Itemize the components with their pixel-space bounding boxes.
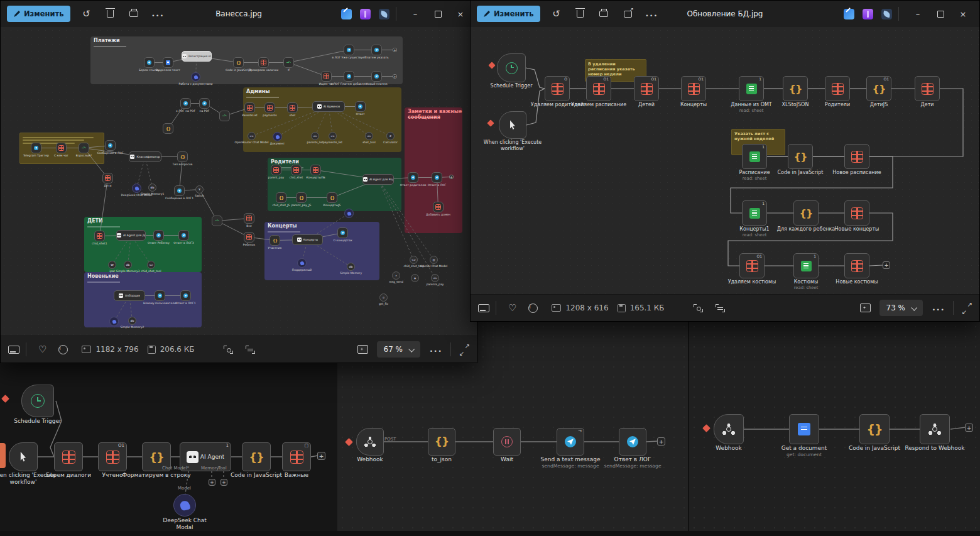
node-when-clicking-execute[interactable]: When clicking 'Executeworkflow': [9, 442, 38, 471]
edit-button[interactable]: Изменить: [477, 6, 540, 22]
photo-canvas-right: В удалении расписания указать номер неде…: [471, 1, 979, 321]
ocr-button[interactable]: [246, 346, 255, 354]
divider: [26, 342, 26, 356]
more-button[interactable]: [150, 6, 166, 22]
print-button[interactable]: [126, 6, 142, 22]
node-to-json[interactable]: {}to_json: [428, 428, 455, 456]
minimize-button[interactable]: –: [908, 5, 928, 23]
minimize-button[interactable]: –: [405, 5, 425, 23]
node-ответ-в-лог[interactable]: Ответ в ЛОГsendMessage: message: [619, 428, 646, 456]
node-edge[interactable]: [0, 443, 6, 468]
paint-app-icon[interactable]: [881, 9, 892, 19]
node-spark[interactable]: [345, 438, 353, 446]
visual-search-button[interactable]: [224, 346, 233, 354]
node-учтено[interactable]: О1Учтено: [98, 442, 127, 471]
more-options-button[interactable]: [428, 341, 444, 358]
visual-search-button[interactable]: [694, 304, 703, 312]
node-label: Telegram Триггер: [23, 154, 49, 157]
pause-icon: [501, 436, 513, 447]
node-spark[interactable]: [702, 424, 710, 432]
info-button[interactable]: [58, 345, 68, 354]
node-wait[interactable]: Wait: [493, 428, 521, 456]
rotate-button[interactable]: ↺: [548, 6, 564, 22]
maximize-icon: [435, 11, 442, 18]
node-label: Новый платеж: [366, 82, 388, 85]
filmstrip-button[interactable]: [8, 346, 19, 354]
fullscreen-button[interactable]: [460, 345, 469, 354]
delete-button[interactable]: [102, 6, 118, 22]
telegram-icon: [627, 436, 638, 447]
more-options-button[interactable]: [930, 300, 947, 316]
rotate-icon: ↺: [552, 8, 560, 19]
share-button[interactable]: [619, 6, 636, 22]
node-webhook[interactable]: Webhook: [714, 414, 744, 444]
node-о-концертах: О концертах: [337, 227, 348, 238]
table-grid-icon: [58, 145, 64, 151]
node-respond-to-webhook[interactable]: Respond to Webhook: [920, 414, 950, 444]
maximize-button[interactable]: [428, 5, 448, 23]
robot-icon: [363, 177, 368, 182]
node-label: Новое расписание: [832, 170, 881, 176]
auto-enhance-button[interactable]: [357, 345, 368, 354]
deepseek-whale-icon: [347, 211, 351, 216]
node-spark[interactable]: [1, 395, 9, 403]
maximize-button[interactable]: [930, 5, 950, 23]
ocr-button[interactable]: [716, 304, 725, 312]
node-label: Выделяем текст: [156, 68, 180, 72]
tool-circle-icon: db: [349, 265, 353, 269]
tool-circle-icon: <>: [412, 258, 416, 262]
clipchamp-app-icon[interactable]: [863, 9, 873, 19]
node-важные[interactable]: ▢Важные: [282, 442, 311, 471]
node-deepseek-chat[interactable]: DeepSeek ChatModal: [173, 494, 196, 517]
designer-app-icon[interactable]: [844, 9, 854, 19]
node-label: Get a documentget: document: [781, 445, 827, 457]
node-code-in-javascript[interactable]: {}Code in JavaScript: [242, 442, 271, 471]
node-label: Детей: [638, 102, 655, 108]
node-х-лог-на-pdf: х ЛОГ на PDF: [180, 98, 191, 109]
node-send-a-text-message[interactable]: →Send a text messagesendMessage: message: [557, 428, 584, 456]
telegram-icon: [374, 74, 379, 79]
node-plus[interactable]: +: [220, 479, 227, 486]
more-button[interactable]: [643, 6, 660, 22]
node-schedule-trigger[interactable]: Schedule Trigger: [21, 385, 54, 417]
node-label: Ответ в ЛОГ3: [173, 241, 193, 244]
tool-circle-icon: ◆: [413, 276, 417, 280]
favorite-button[interactable]: [508, 302, 516, 314]
document-icon: [166, 60, 170, 65]
node-label: Данные из ОМТread: sheet: [731, 102, 771, 113]
print-button[interactable]: [596, 6, 612, 22]
paint-app-icon[interactable]: [379, 9, 389, 19]
fullscreen-button[interactable]: [962, 304, 972, 313]
node-spark: [487, 119, 494, 126]
node-webhook[interactable]: Webhook: [356, 428, 384, 456]
node-code-in-javascript[interactable]: {}Code in JavaScript: [859, 414, 890, 444]
code-braces-icon: {}: [330, 195, 334, 200]
telegram-icon: [34, 146, 38, 150]
node-label: Send a text messagesendMessage: message: [541, 456, 601, 469]
node-label: OpenRouter Chat Model: [235, 141, 269, 144]
zoom-select[interactable]: 73 %: [879, 300, 923, 316]
rotate-button[interactable]: ↺: [78, 6, 94, 22]
filmstrip-button[interactable]: [478, 304, 489, 312]
edit-button[interactable]: Изменить: [7, 6, 70, 22]
node-label: Взрослый?: [76, 154, 92, 157]
node-plus[interactable]: +: [317, 452, 325, 460]
node-code-in-javascript: {}Code in JavaScript: [233, 57, 244, 68]
favorite-button[interactable]: [38, 344, 46, 355]
node-берем-диалоги[interactable]: Берем диалоги: [54, 442, 83, 471]
node-plus[interactable]: +: [657, 437, 665, 446]
auto-enhance-button[interactable]: [860, 304, 871, 312]
node-plus[interactable]: +: [965, 424, 973, 432]
info-button[interactable]: [528, 304, 538, 313]
close-button[interactable]: ×: [450, 5, 471, 23]
tool-circle-icon: <>: [250, 134, 254, 138]
clipchamp-app-icon[interactable]: [360, 9, 371, 19]
designer-app-icon[interactable]: [341, 9, 352, 19]
zoom-select[interactable]: 67 %: [377, 341, 421, 358]
node-label: parents_list: [307, 141, 324, 144]
node-plus[interactable]: +: [209, 479, 215, 486]
node-chid-shet: chid_shet: [291, 165, 302, 175]
close-button[interactable]: ×: [953, 5, 973, 23]
node-get-a-document[interactable]: Get a documentget: document: [789, 414, 819, 444]
delete-button[interactable]: [572, 6, 588, 22]
